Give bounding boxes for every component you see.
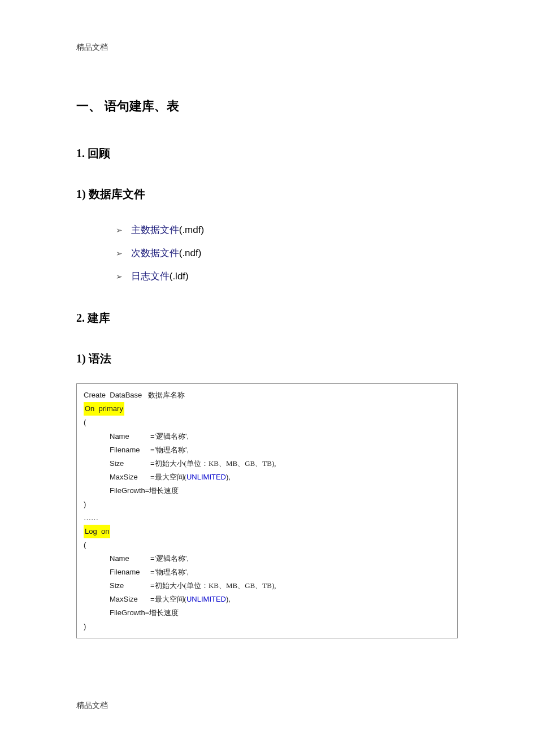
code-line: Log on <box>84 525 451 538</box>
page-footer: 精品文档 <box>76 701 108 711</box>
code-line: Create DataBase 数据库名称 <box>84 388 451 402</box>
heading-1: 1. 回顾 <box>76 146 458 161</box>
code-line: Filename='物理名称', <box>84 443 451 457</box>
list-item: ➢ 日志文件(.ldf) <box>116 265 458 288</box>
chevron-right-icon: ➢ <box>116 249 123 258</box>
code-line: Size=初始大小(单位：KB、MB、GB、TB), <box>84 579 451 593</box>
code-line: ( <box>84 416 451 429</box>
code-line: MaxSize=最大空间(UNLIMITED), <box>84 593 451 606</box>
chevron-right-icon: ➢ <box>116 272 123 281</box>
bullet-label: 主数据文件 <box>131 224 179 235</box>
code-line: FileGrowth=增长速度 <box>84 484 451 498</box>
code-line: Name='逻辑名称', <box>84 552 451 565</box>
bullet-suffix: (.mdf) <box>179 224 204 235</box>
heading-main: 一、 语句建库、表 <box>76 98 458 115</box>
code-line: Name='逻辑名称', <box>84 430 451 443</box>
code-line: …… <box>84 511 451 525</box>
code-line: ) <box>84 498 451 511</box>
bullet-label: 日志文件 <box>131 271 170 282</box>
bullet-label: 次数据文件 <box>131 248 179 258</box>
list-item: ➢ 主数据文件(.mdf) <box>116 219 458 242</box>
code-line: ( <box>84 538 451 552</box>
code-line: MaxSize=最大空间(UNLIMITED), <box>84 470 451 484</box>
code-line: On primary <box>84 402 451 416</box>
code-line: ) <box>84 620 451 633</box>
chevron-right-icon: ➢ <box>116 226 123 235</box>
heading-2-1: 1) 语法 <box>76 351 458 366</box>
heading-1-1: 1) 数据库文件 <box>76 187 458 202</box>
bullet-suffix: (.ndf) <box>179 248 202 258</box>
list-item: ➢ 次数据文件(.ndf) <box>116 242 458 265</box>
heading-2: 2. 建库 <box>76 310 458 326</box>
code-line: Size=初始大小(单位：KB、MB、GB、TB), <box>84 457 451 470</box>
bullet-list: ➢ 主数据文件(.mdf) ➢ 次数据文件(.ndf) ➢ 日志文件(.ldf) <box>116 219 458 288</box>
code-line: FileGrowth=增长速度 <box>84 606 451 620</box>
page-header: 精品文档 <box>76 42 458 53</box>
bullet-suffix: (.ldf) <box>170 271 189 282</box>
code-line: Filename='物理名称', <box>84 565 451 579</box>
code-block: Create DataBase 数据库名称 On primary ( Name=… <box>76 383 458 638</box>
